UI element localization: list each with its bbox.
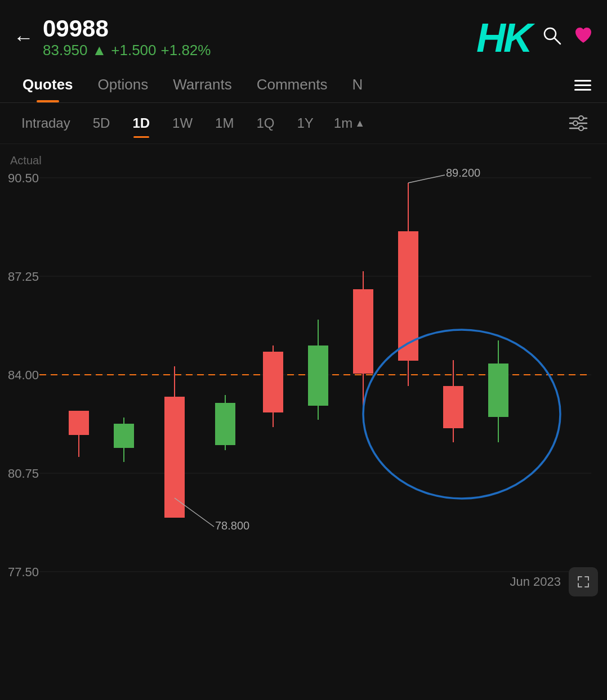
tab-options[interactable]: Options bbox=[86, 68, 161, 102]
search-button[interactable] bbox=[542, 25, 562, 50]
svg-text:78.800: 78.800 bbox=[215, 519, 249, 532]
svg-text:89.200: 89.200 bbox=[446, 167, 480, 179]
menu-line-1 bbox=[574, 80, 591, 82]
tf-1m[interactable]: 1M bbox=[204, 110, 245, 137]
svg-rect-42 bbox=[488, 364, 508, 417]
price-value: 83.950 bbox=[43, 42, 88, 59]
menu-line-3 bbox=[574, 89, 591, 91]
svg-point-5 bbox=[579, 116, 583, 120]
svg-line-1 bbox=[555, 38, 560, 44]
chart-bottom-right: Jun 2023 bbox=[510, 567, 598, 596]
svg-rect-32 bbox=[308, 345, 328, 406]
chart-area: Actual 90.50 87.25 84.00 80.75 77.50 bbox=[0, 144, 607, 605]
expand-icon bbox=[576, 575, 591, 589]
svg-text:77.50: 77.50 bbox=[8, 565, 39, 579]
hk-logo: HK bbox=[476, 17, 530, 58]
heart-icon bbox=[573, 25, 593, 46]
svg-text:84.00: 84.00 bbox=[8, 368, 39, 382]
svg-point-7 bbox=[579, 126, 583, 131]
svg-text:80.75: 80.75 bbox=[8, 466, 39, 481]
tf-dropdown-icon: ▲ bbox=[355, 118, 365, 129]
svg-point-0 bbox=[544, 28, 556, 39]
month-label: Jun 2023 bbox=[510, 575, 561, 589]
svg-text:90.50: 90.50 bbox=[8, 171, 39, 185]
svg-rect-20 bbox=[69, 411, 89, 435]
tab-more-text[interactable]: N bbox=[340, 68, 375, 102]
svg-line-37 bbox=[408, 175, 445, 183]
back-button[interactable]: ← bbox=[14, 28, 34, 48]
header-left: ← 09988 83.950 ▲ +1.500 +1.82% bbox=[14, 16, 211, 59]
candle-chart: 90.50 87.25 84.00 80.75 77.50 78.800 bbox=[0, 144, 607, 605]
svg-rect-24 bbox=[164, 397, 185, 518]
svg-rect-34 bbox=[353, 289, 373, 374]
tf-1y[interactable]: 1Y bbox=[285, 110, 324, 137]
tf-intraday[interactable]: Intraday bbox=[10, 110, 82, 137]
tab-warrants[interactable]: Warrants bbox=[160, 68, 244, 102]
tab-quotes[interactable]: Quotes bbox=[10, 68, 86, 102]
timeframe-row: Intraday 5D 1D 1W 1M 1Q 1Y 1m ▲ bbox=[0, 103, 607, 144]
header-right: HK bbox=[476, 17, 593, 58]
tf-1min[interactable]: 1m ▲ bbox=[325, 110, 374, 137]
tf-1min-label: 1m bbox=[334, 115, 352, 131]
favorite-button[interactable] bbox=[573, 25, 593, 50]
tf-1d[interactable]: 1D bbox=[121, 110, 161, 137]
settings-icon bbox=[569, 115, 588, 131]
svg-text:87.25: 87.25 bbox=[8, 270, 39, 284]
tabs-container: Quotes Options Warrants Comments N bbox=[0, 68, 607, 103]
tab-menu-button[interactable] bbox=[569, 72, 597, 98]
svg-rect-22 bbox=[114, 424, 134, 448]
price-arrow-icon: ▲ bbox=[92, 42, 107, 59]
tf-1q[interactable]: 1Q bbox=[245, 110, 285, 137]
tab-comments[interactable]: Comments bbox=[244, 68, 340, 102]
ticker-price: 83.950 ▲ +1.500 +1.82% bbox=[43, 42, 211, 59]
search-icon bbox=[542, 25, 562, 46]
svg-point-6 bbox=[573, 121, 578, 125]
menu-line-2 bbox=[574, 84, 591, 86]
tf-5d[interactable]: 5D bbox=[82, 110, 122, 137]
svg-rect-40 bbox=[443, 386, 463, 428]
svg-rect-36 bbox=[398, 231, 418, 361]
svg-rect-28 bbox=[215, 403, 235, 445]
ticker-info: 09988 83.950 ▲ +1.500 +1.82% bbox=[43, 16, 211, 59]
price-change-pct: +1.82% bbox=[161, 42, 211, 59]
price-change: +1.500 bbox=[111, 42, 156, 59]
ticker-symbol: 09988 bbox=[43, 16, 211, 42]
tf-1w[interactable]: 1W bbox=[161, 110, 204, 137]
svg-rect-30 bbox=[263, 352, 283, 412]
header: ← 09988 83.950 ▲ +1.500 +1.82% HK bbox=[0, 0, 607, 68]
expand-button[interactable] bbox=[569, 567, 598, 596]
tf-settings-button[interactable] bbox=[560, 110, 597, 137]
